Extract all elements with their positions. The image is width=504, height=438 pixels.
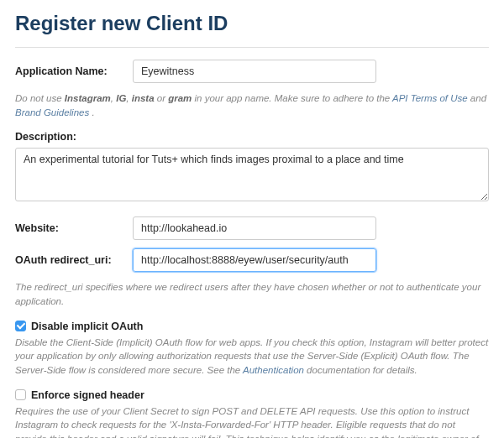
- redirect-row: OAuth redirect_uri:: [15, 248, 489, 272]
- description-textarea[interactable]: An experimental tutorial for Tuts+ which…: [15, 148, 489, 201]
- website-label: Website:: [15, 222, 133, 234]
- authentication-link[interactable]: Authentication: [243, 365, 304, 375]
- app-name-input[interactable]: [133, 60, 376, 83]
- app-name-row: Application Name:: [15, 60, 489, 83]
- disable-implicit-checkbox[interactable]: [15, 321, 26, 331]
- disable-implicit-label: Disable implicit OAuth: [31, 321, 143, 332]
- redirect-input[interactable]: [133, 248, 376, 272]
- description-label: Description:: [15, 131, 489, 143]
- api-terms-link[interactable]: API Terms of Use: [392, 93, 468, 103]
- disable-implicit-row: Disable implicit OAuth: [15, 321, 489, 332]
- website-input[interactable]: [133, 216, 376, 240]
- page-title: Register new Client ID: [15, 12, 489, 35]
- brand-guidelines-link[interactable]: Brand Guidelines: [15, 107, 89, 117]
- disable-implicit-hint: Disable the Client-Side (Implicit) OAuth…: [15, 336, 489, 378]
- app-name-label: Application Name:: [15, 65, 133, 77]
- redirect-hint: The redirect_uri specifies where we redi…: [15, 280, 489, 308]
- enforce-signed-hint: Requires the use of your Client Secret t…: [15, 404, 489, 438]
- redirect-label: OAuth redirect_uri:: [15, 254, 133, 266]
- app-name-hint: Do not use Instagram, IG, insta or gram …: [15, 91, 489, 119]
- enforce-signed-label: Enforce signed header: [31, 389, 144, 401]
- enforce-signed-checkbox[interactable]: [15, 389, 26, 400]
- enforce-signed-row: Enforce signed header: [15, 389, 489, 401]
- divider: [15, 47, 489, 48]
- website-row: Website:: [15, 216, 489, 240]
